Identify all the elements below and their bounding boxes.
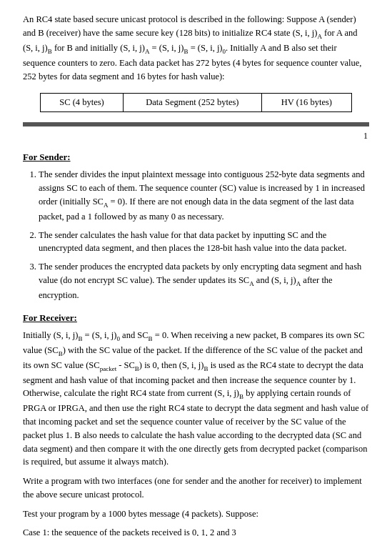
intro-paragraph: An RC4 state based secure unicast protoc… — [23, 13, 369, 83]
page-number: 1 — [23, 131, 369, 142]
page-container: An RC4 state based secure unicast protoc… — [0, 0, 392, 536]
table-cell-data: Data Segment (252 bytes) — [123, 94, 261, 112]
test-intro: Test your program by a 1000 bytes messag… — [23, 507, 369, 521]
table-cell-sc: SC (4 bytes) — [41, 94, 124, 112]
receiver-paragraph: Initially (S, i, j)B = (S, i, j)0 and SC… — [23, 329, 369, 470]
program-paragraph: Write a program with two interfaces (one… — [23, 475, 369, 502]
test-case-1: Case 1: the sequence of the packets rece… — [23, 526, 369, 536]
list-item: The sender produces the encrypted data p… — [39, 260, 369, 302]
receiver-header: For Receiver: — [23, 312, 369, 324]
sender-list: The sender divides the input plaintext m… — [39, 168, 369, 302]
list-item: The sender calculates the hash value for… — [39, 229, 369, 256]
sender-header: For Sender: — [23, 152, 369, 163]
packet-structure-table: SC (4 bytes) Data Segment (252 bytes) HV… — [40, 93, 352, 112]
page-divider — [23, 122, 369, 126]
table-cell-hv: HV (16 bytes) — [261, 94, 351, 112]
list-item: The sender divides the input plaintext m… — [39, 168, 369, 223]
